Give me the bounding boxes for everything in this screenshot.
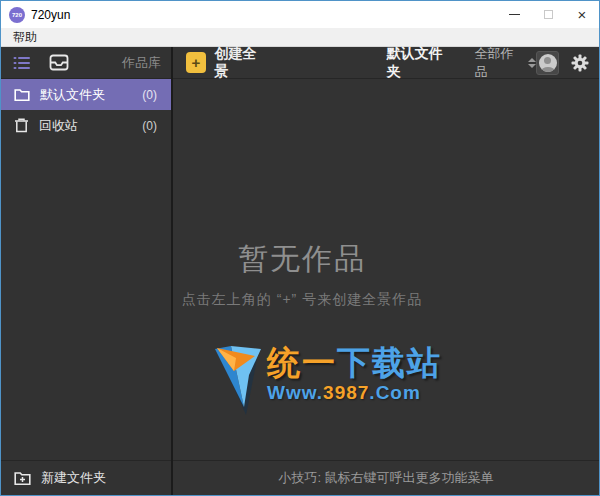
watermark-site-name: 统一下载站 <box>267 345 442 381</box>
empty-state-title: 暂无作品 <box>182 239 422 280</box>
app-body: 作品库 默认文件夹 (0) <box>1 47 599 495</box>
titlebar: 720 720yun × <box>1 1 599 28</box>
gear-icon <box>571 54 589 72</box>
sidebar-item-default-folder[interactable]: 默认文件夹 (0) <box>1 79 171 110</box>
statusbar: 小技巧: 鼠标右键可呼出更多功能菜单 <box>173 460 599 495</box>
sidebar-header: 作品库 <box>1 47 171 79</box>
minimize-icon <box>509 14 520 15</box>
works-area: 暂无作品 点击左上角的 “+” 号来创建全景作品 <box>173 79 599 460</box>
new-folder-icon <box>14 471 31 486</box>
empty-state: 暂无作品 点击左上角的 “+” 号来创建全景作品 <box>182 239 422 309</box>
empty-state-subtitle: 点击左上角的 “+” 号来创建全景作品 <box>182 291 422 309</box>
main-pane: + 创建全景 默认文件夹 全部作品 <box>173 47 599 495</box>
library-inbox-icon[interactable] <box>49 54 69 71</box>
plus-icon: + <box>186 52 206 73</box>
folder-list: 默认文件夹 (0) 回收站 (0) <box>1 79 171 460</box>
works-filter-label: 全部作品 <box>474 45 522 81</box>
window-title: 720yun <box>31 8 70 22</box>
maximize-button[interactable] <box>531 1 565 28</box>
close-icon: × <box>578 7 587 22</box>
user-avatar-button[interactable] <box>536 51 559 75</box>
folder-icon <box>14 88 30 102</box>
watermark-logo-icon <box>211 345 263 419</box>
list-view-icon[interactable] <box>13 55 31 71</box>
sidebar: 作品库 默认文件夹 (0) <box>1 47 173 495</box>
current-folder-title: 默认文件夹 <box>387 45 453 81</box>
sidebar-item-count: (0) <box>142 119 157 133</box>
works-filter-dropdown[interactable]: 全部作品 <box>474 45 536 81</box>
sidebar-item-label: 默认文件夹 <box>40 86 105 104</box>
main-toolbar: + 创建全景 默认文件夹 全部作品 <box>173 47 599 79</box>
sidebar-item-count: (0) <box>142 88 157 102</box>
close-button[interactable]: × <box>565 1 599 28</box>
watermark-text: 统一下载站 Www.3987.Com <box>267 345 442 404</box>
status-tip-text: 小技巧: 鼠标右键可呼出更多功能菜单 <box>278 469 493 487</box>
app-window: 720 720yun × 帮助 <box>0 0 600 496</box>
sidebar-item-label: 回收站 <box>39 117 78 135</box>
new-folder-label: 新建文件夹 <box>41 469 106 487</box>
settings-button[interactable] <box>571 54 589 72</box>
create-panorama-button[interactable]: + 创建全景 <box>186 45 267 81</box>
minimize-button[interactable] <box>497 1 531 28</box>
menu-help[interactable]: 帮助 <box>9 29 41 46</box>
sort-arrows-icon <box>528 58 536 68</box>
avatar-icon <box>539 54 557 72</box>
library-label: 作品库 <box>122 54 161 72</box>
create-panorama-label: 创建全景 <box>215 45 267 81</box>
watermark-site-url: Www.3987.Com <box>267 382 442 404</box>
new-folder-button[interactable]: 新建文件夹 <box>1 460 171 495</box>
maximize-icon <box>544 10 553 19</box>
trash-icon <box>14 118 29 133</box>
site-watermark: 统一下载站 Www.3987.Com <box>211 345 442 419</box>
app-logo-icon: 720 <box>9 7 25 23</box>
sidebar-item-recycle-bin[interactable]: 回收站 (0) <box>1 110 171 141</box>
